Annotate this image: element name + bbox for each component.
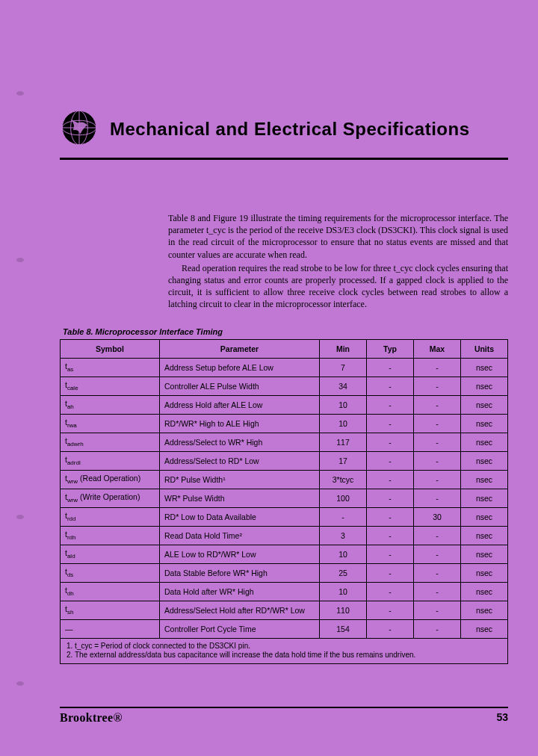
cell-max: - (414, 395, 461, 414)
cell-parameter: ALE Low to RD*/WR* Low (160, 545, 320, 563)
cell-units: nsec (461, 563, 508, 582)
col-max: Max (414, 339, 461, 358)
cell-parameter: Data Stable Before WR* High (160, 563, 320, 582)
cell-parameter: Controller Port Cycle Time (160, 619, 320, 638)
intro-paragraphs: Table 8 and Figure 19 illustrate the tim… (168, 212, 508, 311)
cell-typ: - (367, 563, 414, 582)
cell-symbol: trdd (61, 507, 160, 526)
table-caption: Table 8. Microprocessor Interface Timing (63, 327, 508, 336)
cell-min: 17 (320, 451, 367, 470)
cell-max: - (414, 358, 461, 377)
cell-max: - (414, 582, 461, 601)
table-row: trwaRD*/WR* High to ALE High10--nsec (61, 414, 508, 433)
cell-typ: - (367, 433, 414, 451)
cell-parameter: Address/Select to RD* Low (160, 451, 320, 470)
table-row: tadrdlAddress/Select to RD* Low17--nsec (61, 451, 508, 470)
table-row: taldALE Low to RD*/WR* Low10--nsec (61, 545, 508, 563)
cell-units: nsec (461, 377, 508, 395)
cell-parameter: Controller ALE Pulse Width (160, 377, 320, 395)
cell-units: nsec (461, 433, 508, 451)
table-row: tshAddress/Select Hold after RD*/WR* Low… (61, 601, 508, 619)
cell-max: 30 (414, 507, 461, 526)
page: Mechanical and Electrical Specifications… (0, 0, 538, 756)
col-units: Units (461, 339, 508, 358)
table-row: tdsData Stable Before WR* High25--nsec (61, 563, 508, 582)
timing-table: Symbol Parameter Min Typ Max Units tasAd… (60, 339, 508, 639)
cell-typ: - (367, 601, 414, 619)
cell-symbol: tadrdl (61, 451, 160, 470)
col-typ: Typ (367, 339, 414, 358)
cell-min: 110 (320, 601, 367, 619)
cell-units: nsec (461, 395, 508, 414)
cell-parameter: WR* Pulse Width (160, 489, 320, 507)
cell-units: nsec (461, 451, 508, 470)
cell-min: 10 (320, 582, 367, 601)
scan-artifact (16, 258, 24, 262)
cell-min: 10 (320, 395, 367, 414)
table-row: tahAddress Hold after ALE Low10--nsec (61, 395, 508, 414)
cell-symbol: twrw (Read Operation) (61, 470, 160, 489)
cell-units: nsec (461, 358, 508, 377)
cell-symbol: tas (61, 358, 160, 377)
cell-typ: - (367, 545, 414, 563)
cell-units: nsec (461, 545, 508, 563)
content-area: Mechanical and Electrical Specifications… (60, 108, 508, 664)
cell-units: nsec (461, 582, 508, 601)
table-footnotes: 1. t_cyc = Period of clock connected to … (60, 639, 508, 664)
paragraph-2: Read operation requires the read strobe … (168, 262, 508, 311)
cell-max: - (414, 451, 461, 470)
cell-units: nsec (461, 507, 508, 526)
cell-min: 25 (320, 563, 367, 582)
cell-symbol: tah (61, 395, 160, 414)
cell-max: - (414, 433, 461, 451)
cell-min: 3 (320, 526, 367, 545)
cell-max: - (414, 414, 461, 433)
cell-max: - (414, 470, 461, 489)
cell-units: nsec (461, 489, 508, 507)
cell-typ: - (367, 358, 414, 377)
page-footer: Brooktree® 53 (60, 707, 508, 725)
cell-min: 7 (320, 358, 367, 377)
cell-min: 154 (320, 619, 367, 638)
cell-parameter: Read Data Hold Time² (160, 526, 320, 545)
page-number: 53 (496, 711, 508, 723)
cell-parameter: RD* Low to Data Available (160, 507, 320, 526)
table-row: tcaleController ALE Pulse Width34--nsec (61, 377, 508, 395)
cell-parameter: Address Hold after ALE Low (160, 395, 320, 414)
table-row: tadwrhAddress/Select to WR* High117--nse… (61, 433, 508, 451)
cell-parameter: Address/Select to WR* High (160, 433, 320, 451)
cell-symbol: trdh (61, 526, 160, 545)
col-symbol: Symbol (61, 339, 160, 358)
cell-max: - (414, 545, 461, 563)
cell-parameter: Address Setup before ALE Low (160, 358, 320, 377)
footnote-2: 2. The external address/data bus capacit… (67, 651, 501, 660)
cell-typ: - (367, 395, 414, 414)
cell-symbol: tdh (61, 582, 160, 601)
cell-typ: - (367, 619, 414, 638)
globe-icon (60, 108, 99, 150)
cell-symbol: trwa (61, 414, 160, 433)
scan-artifact (16, 91, 24, 96)
cell-max: - (414, 601, 461, 619)
cell-units: nsec (461, 526, 508, 545)
table-row: trddRD* Low to Data Available--30nsec (61, 507, 508, 526)
cell-max: - (414, 526, 461, 545)
cell-min: 34 (320, 377, 367, 395)
cell-units: nsec (461, 619, 508, 638)
cell-symbol: tcale (61, 377, 160, 395)
cell-min: 117 (320, 433, 367, 451)
cell-min: 3*tcyc (320, 470, 367, 489)
table-row: trdhRead Data Hold Time²3--nsec (61, 526, 508, 545)
cell-max: - (414, 563, 461, 582)
cell-max: - (414, 619, 461, 638)
cell-units: nsec (461, 414, 508, 433)
table-row: twrw (Read Operation)RD* Pulse Width¹3*t… (61, 470, 508, 489)
cell-typ: - (367, 377, 414, 395)
cell-symbol: tald (61, 545, 160, 563)
brand-name: Brooktree® (60, 711, 123, 725)
cell-typ: - (367, 507, 414, 526)
cell-symbol: twrw (Write Operation) (61, 489, 160, 507)
cell-parameter: RD*/WR* High to ALE High (160, 414, 320, 433)
table-row: —Controller Port Cycle Time154--nsec (61, 619, 508, 638)
table-row: twrw (Write Operation)WR* Pulse Width100… (61, 489, 508, 507)
